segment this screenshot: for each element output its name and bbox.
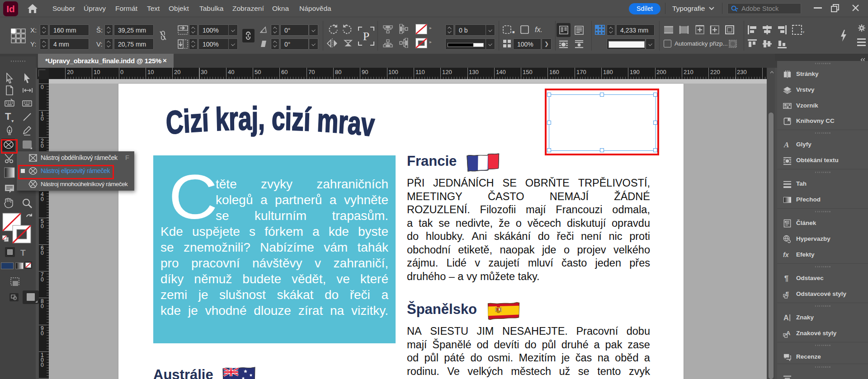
svg-text:Cizí kraj, cizí mrav: Cizí kraj, cizí mrav (165, 100, 376, 143)
svg-text:fx: fx (783, 251, 789, 258)
svg-text:P: P (363, 30, 369, 43)
svg-text:A: A (783, 140, 789, 149)
svg-text:¶: ¶ (784, 274, 789, 283)
svg-text:A: A (783, 313, 789, 322)
